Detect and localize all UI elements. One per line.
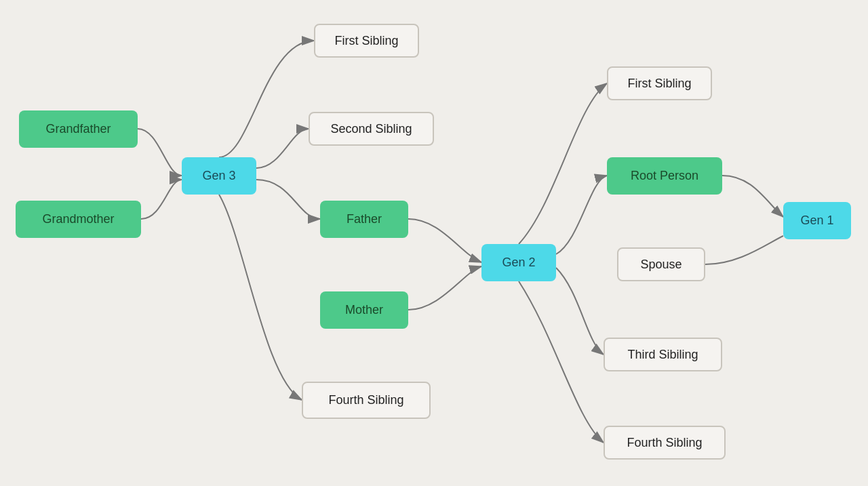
diagram-container: Grandfather Grandmother Gen 3 First Sibl… (0, 0, 868, 486)
gen2-node[interactable]: Gen 2 (481, 244, 556, 281)
second-sibling-node[interactable]: Second Sibling (309, 112, 434, 146)
fourth-sibling-right-node[interactable]: Fourth Sibling (604, 426, 726, 460)
first-sibling-right-node[interactable]: First Sibling (607, 66, 712, 100)
fourth-sibling-left-node[interactable]: Fourth Sibling (302, 382, 431, 419)
father-node[interactable]: Father (320, 201, 408, 238)
connections-svg (0, 0, 868, 486)
grandfather-node[interactable]: Grandfather (19, 110, 138, 148)
mother-node[interactable]: Mother (320, 291, 408, 329)
gen3-node[interactable]: Gen 3 (182, 157, 256, 195)
third-sibling-node[interactable]: Third Sibiling (604, 338, 722, 371)
root-person-node[interactable]: Root Person (607, 157, 722, 195)
grandmother-node[interactable]: Grandmother (16, 201, 141, 238)
first-sibling-left-node[interactable]: First Sibling (314, 24, 419, 58)
spouse-node[interactable]: Spouse (617, 247, 705, 281)
gen1-node[interactable]: Gen 1 (783, 202, 851, 239)
